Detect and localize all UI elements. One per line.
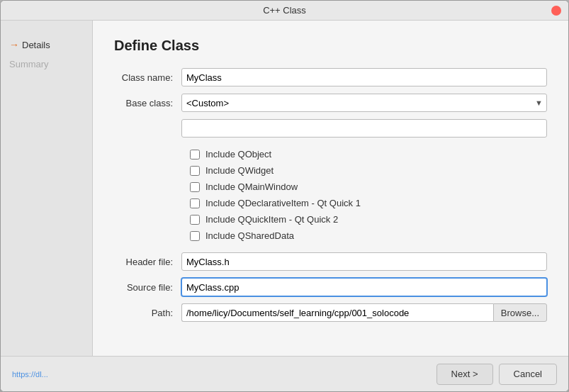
base-class-sub-row: [114, 119, 547, 138]
arrow-icon: →: [9, 39, 19, 50]
qquickitem-checkbox[interactable]: [190, 215, 200, 225]
next-button[interactable]: Next >: [436, 364, 493, 385]
content-area: → Details Summary Define Class Class nam…: [1, 21, 568, 356]
browse-button[interactable]: Browse...: [493, 303, 547, 322]
qwidget-label: Include QWidget: [205, 165, 274, 176]
checkbox-qquickitem-row: Include QQuickItem - Qt Quick 2: [190, 214, 547, 225]
source-file-row: Source file:: [114, 278, 547, 296]
title-bar: C++ Class: [1, 1, 568, 21]
qmainwindow-label: Include QMainWindow: [205, 181, 298, 192]
checkboxes-section: Include QObject Include QWidget Include …: [190, 149, 547, 241]
source-file-label: Source file:: [114, 282, 181, 293]
qshareddata-checkbox[interactable]: [190, 231, 200, 241]
checkbox-qshareddata-row: Include QSharedData: [190, 230, 547, 241]
checkbox-qobject-row: Include QObject: [190, 149, 547, 159]
footer-link[interactable]: https://dl...: [12, 370, 48, 379]
class-name-row: Class name:: [114, 68, 547, 86]
base-class-row: Base class: <Custom> ▼: [114, 94, 547, 112]
sidebar-item-details-label: Details: [22, 40, 50, 50]
source-file-input[interactable]: [181, 278, 547, 296]
page-title: Define Class: [114, 38, 547, 54]
base-class-select[interactable]: <Custom>: [181, 94, 547, 112]
header-file-input[interactable]: [181, 252, 547, 271]
class-name-input[interactable]: [181, 68, 547, 86]
qobject-label: Include QObject: [205, 149, 271, 159]
path-input[interactable]: [181, 303, 493, 322]
path-label: Path:: [114, 308, 181, 318]
header-file-label: Header file:: [114, 257, 181, 267]
checkbox-qwidget-row: Include QWidget: [190, 165, 547, 176]
checkbox-qmainwindow-row: Include QMainWindow: [190, 181, 547, 192]
footer: https://dl... Next > Cancel: [1, 356, 568, 391]
qwidget-checkbox[interactable]: [190, 166, 200, 176]
qdeclarativeitem-label: Include QDeclarativeItem - Qt Quick 1: [205, 198, 361, 208]
sidebar-item-summary-label: Summary: [9, 59, 49, 69]
qmainwindow-checkbox[interactable]: [190, 182, 200, 192]
sidebar-item-summary: Summary: [1, 55, 92, 74]
base-class-sub-input[interactable]: [181, 119, 547, 138]
path-row: Path: Browse...: [114, 303, 547, 322]
cancel-button[interactable]: Cancel: [499, 364, 557, 385]
qquickitem-label: Include QQuickItem - Qt Quick 2: [205, 214, 338, 225]
close-button[interactable]: [551, 6, 561, 16]
checkbox-qdeclarativeitem-row: Include QDeclarativeItem - Qt Quick 1: [190, 198, 547, 208]
class-name-label: Class name:: [114, 72, 181, 83]
base-class-select-wrapper: <Custom> ▼: [181, 94, 547, 112]
base-class-label: Base class:: [114, 98, 181, 108]
main-content: Define Class Class name: Base class: <Cu…: [93, 21, 568, 356]
window-title: C++ Class: [263, 5, 306, 16]
qdeclarativeitem-checkbox[interactable]: [190, 198, 200, 208]
qobject-checkbox[interactable]: [190, 150, 200, 159]
header-file-row: Header file:: [114, 252, 547, 271]
sidebar-item-details[interactable]: → Details: [1, 35, 92, 55]
qshareddata-label: Include QSharedData: [205, 230, 294, 241]
main-window: C++ Class → Details Summary Define Class…: [0, 0, 569, 392]
sidebar: → Details Summary: [1, 21, 93, 356]
